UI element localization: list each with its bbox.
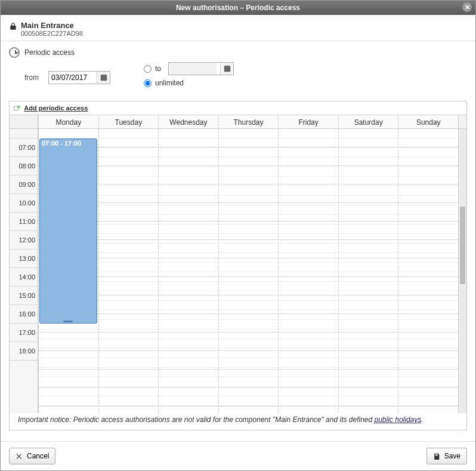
important-notice: Important notice: Periodic access author… [18, 415, 458, 424]
add-periodic-access-link[interactable]: Add periodic access [24, 104, 88, 112]
hour-label: 11:00 [10, 213, 38, 231]
component-id: 000508E2C227AD98 [21, 30, 83, 37]
day-col-thu[interactable] [218, 129, 279, 413]
day-header-sun: Sunday [398, 115, 458, 128]
dialog-footer: Cancel Save [1, 441, 475, 470]
hour-label: 17:00 [10, 324, 38, 342]
to-date-field [168, 62, 234, 75]
day-header-wed: Wednesday [158, 115, 218, 128]
unlimited-label: unlimited [155, 79, 184, 87]
resize-handle-icon[interactable] [63, 321, 73, 322]
calendar-days-area[interactable]: 07:00 - 17:00 [38, 129, 458, 413]
hour-label: 16:00 [10, 305, 38, 324]
component-header: Main Entrance 000508E2C227AD98 [1, 15, 475, 41]
to-label: to [155, 64, 165, 73]
day-col-wed[interactable] [158, 129, 218, 413]
public-holidays-link[interactable]: public holidays [375, 415, 422, 424]
radio-unlimited[interactable] [144, 79, 152, 87]
hour-label: 18:00 [10, 342, 38, 361]
day-header-fri: Friday [278, 115, 338, 128]
from-date-picker-button[interactable] [97, 72, 110, 84]
hour-label: 10:00 [10, 194, 38, 213]
to-date-picker-button[interactable] [220, 63, 233, 75]
add-icon [13, 105, 20, 112]
from-date-input[interactable] [49, 72, 97, 84]
section-label: Periodic access [24, 48, 75, 57]
dialog-window: New authorisation – Periodic access ✕ Ma… [0, 0, 476, 471]
scrollbar-vertical[interactable] [458, 129, 466, 413]
time-gutter: 07:00 08:00 09:00 10:00 11:00 12:00 13:0… [10, 129, 38, 413]
clock-icon [9, 47, 20, 58]
hour-label: 13:00 [10, 250, 38, 268]
day-header-mon: Monday [38, 115, 98, 128]
close-icon[interactable]: ✕ [462, 2, 472, 12]
lock-icon [9, 22, 17, 30]
event-block-monday[interactable]: 07:00 - 17:00 [39, 138, 97, 324]
day-col-fri[interactable] [278, 129, 338, 413]
day-col-sat[interactable] [338, 129, 398, 413]
cancel-button[interactable]: Cancel [9, 448, 55, 464]
hour-label: 15:00 [10, 287, 38, 305]
from-label: from [24, 73, 48, 82]
window-title: New authorisation – Periodic access [176, 4, 300, 12]
hour-label: 09:00 [10, 176, 38, 194]
day-header-tue: Tuesday [98, 115, 159, 128]
day-col-tue[interactable] [98, 129, 159, 413]
day-col-mon[interactable]: 07:00 - 17:00 [38, 129, 98, 413]
cancel-icon [16, 452, 23, 460]
calendar-header: Monday Tuesday Wednesday Thursday Friday… [10, 115, 466, 129]
from-date-field [48, 71, 110, 84]
event-label: 07:00 - 17:00 [42, 140, 81, 147]
hour-label: 14:00 [10, 268, 38, 287]
component-title: Main Entrance [21, 21, 83, 30]
save-button[interactable]: Save [426, 448, 467, 464]
day-header-thu: Thursday [218, 115, 279, 128]
to-date-input[interactable] [169, 63, 217, 75]
calendar-icon [100, 73, 108, 82]
day-header-sat: Saturday [338, 115, 398, 128]
calendar-icon [223, 64, 231, 73]
schedule-grid: Add periodic access Monday Tuesday Wedne… [9, 101, 467, 430]
hour-label: 08:00 [10, 157, 38, 176]
save-icon [433, 452, 441, 460]
day-col-sun[interactable] [398, 129, 458, 413]
titlebar: New authorisation – Periodic access ✕ [1, 1, 475, 15]
hour-label: 07:00 [10, 138, 38, 157]
date-range-section: Periodic access from to [1, 41, 475, 101]
radio-to[interactable] [144, 65, 152, 73]
hour-label: 12:00 [10, 231, 38, 250]
svg-rect-0 [14, 106, 18, 110]
